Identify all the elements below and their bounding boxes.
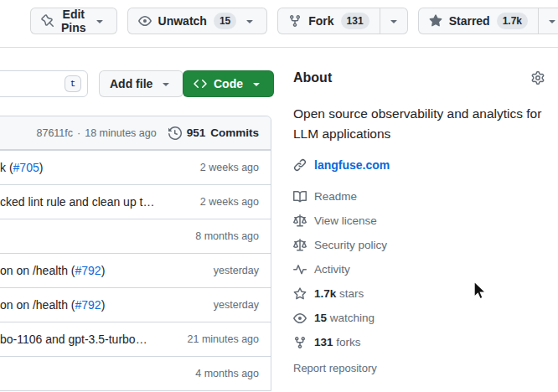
about-links-list: Readme View license Security policy Acti… xyxy=(293,184,545,354)
repo-forked-icon xyxy=(288,14,302,28)
unwatch-label: Unwatch xyxy=(158,14,207,28)
star-fill-icon xyxy=(429,14,442,28)
star-button-group: Starred 1.7k xyxy=(418,8,558,34)
commit-date-link[interactable]: 21 minutes ago xyxy=(188,333,271,345)
commit-message-link[interactable]: on on /health (#792) xyxy=(0,264,214,277)
starred-label: Starred xyxy=(449,14,490,28)
chevron-down-icon xyxy=(387,14,400,28)
add-file-label: Add file xyxy=(110,77,152,90)
github-repo-page: Edit Pins Unwatch 15 Fork 131 Starred 1. xyxy=(0,0,558,392)
code-icon xyxy=(194,77,207,90)
readme-link[interactable]: Readme xyxy=(293,184,545,209)
chevron-down-icon xyxy=(545,14,558,28)
fork-dropdown-button[interactable] xyxy=(380,8,408,34)
fork-button[interactable]: Fork 131 xyxy=(277,8,379,34)
table-row: cked lint rule and clean up t… 2 weeks a… xyxy=(0,184,271,219)
law-icon xyxy=(293,214,307,228)
security-policy-link[interactable]: Security policy xyxy=(293,233,545,257)
commit-time: 18 minutes ago xyxy=(85,127,156,139)
pin-icon xyxy=(41,14,54,28)
commit-message-link[interactable]: on on /health (#792) xyxy=(0,298,214,312)
issue-link[interactable]: #792 xyxy=(75,298,101,312)
view-license-link[interactable]: View license xyxy=(293,209,545,233)
star-dropdown-button[interactable] xyxy=(538,8,558,34)
commit-date-link[interactable]: yesterday xyxy=(214,299,271,311)
table-row: on on /health (#792) yesterday xyxy=(0,253,271,287)
about-title: About xyxy=(293,70,332,85)
table-row: 8 months ago xyxy=(0,219,271,253)
commit-history-link[interactable]: 951 Commits xyxy=(168,126,259,140)
add-file-button[interactable]: Add file xyxy=(99,70,183,97)
star-icon xyxy=(293,287,307,301)
keyboard-shortcut-badge: t xyxy=(65,75,81,92)
fork-label: Fork xyxy=(308,14,333,28)
book-icon xyxy=(293,190,307,204)
chevron-down-icon xyxy=(159,77,173,90)
commit-date-link[interactable]: yesterday xyxy=(214,265,271,276)
chevron-down-icon xyxy=(93,14,106,28)
pulse-icon xyxy=(293,263,307,276)
commit-separator: · xyxy=(77,127,80,139)
fork-count-badge: 131 xyxy=(341,13,369,29)
edit-pins-label: Edit Pins xyxy=(61,8,86,34)
activity-link[interactable]: Activity xyxy=(293,257,545,281)
link-icon xyxy=(293,158,307,172)
latest-commit-bar: 87611fc · 18 minutes ago 951 Commits xyxy=(0,116,271,150)
eye-icon xyxy=(138,14,152,28)
latest-commit-link[interactable]: 87611fc · 18 minutes ago xyxy=(36,127,156,139)
watch-count-badge: 15 xyxy=(214,13,236,29)
commit-date-link[interactable]: 2 weeks ago xyxy=(200,162,271,173)
code-label: Code xyxy=(214,77,243,90)
commit-date-link[interactable]: 2 weeks ago xyxy=(200,196,271,208)
report-repository-link[interactable]: Report repository xyxy=(293,362,545,374)
issue-link[interactable]: #705 xyxy=(13,161,39,174)
starred-button[interactable]: Starred 1.7k xyxy=(418,8,538,34)
commits-label: Commits xyxy=(210,126,259,139)
website-link[interactable]: langfuse.com xyxy=(314,158,390,172)
star-count-badge: 1.7k xyxy=(497,13,528,29)
commit-date-link[interactable]: 8 months ago xyxy=(195,230,271,242)
about-section: About Open source observability and anal… xyxy=(293,70,545,374)
table-row: on on /health (#792) yesterday xyxy=(0,287,271,322)
edit-pins-button[interactable]: Edit Pins xyxy=(30,8,117,34)
gear-icon[interactable] xyxy=(531,71,545,85)
code-button[interactable]: Code xyxy=(183,70,274,97)
repo-action-bar: Edit Pins Unwatch 15 Fork 131 Starred 1. xyxy=(30,8,558,34)
fork-button-group: Fork 131 xyxy=(277,8,407,34)
commits-count: 951 xyxy=(187,126,206,139)
table-row: bo-1106 and gpt-3.5-turbo… 21 minutes ag… xyxy=(0,322,271,356)
commit-message-link[interactable]: bo-1106 and gpt-3.5-turbo… xyxy=(0,333,188,346)
law-icon xyxy=(293,239,307,252)
file-table: 87611fc · 18 minutes ago 951 Commits k (… xyxy=(0,116,271,391)
issue-link[interactable]: #792 xyxy=(75,264,101,277)
forks-link[interactable]: 131 forks xyxy=(293,330,545,354)
go-to-file-input[interactable]: t xyxy=(0,70,88,97)
repo-description: Open source observability and analytics … xyxy=(293,104,545,144)
header-divider xyxy=(0,47,558,48)
history-icon xyxy=(168,126,182,140)
table-row: k (#705) 2 weeks ago xyxy=(0,150,271,184)
commit-message-link[interactable]: k (#705) xyxy=(0,161,200,174)
chevron-down-icon xyxy=(243,14,256,28)
chevron-down-icon xyxy=(250,77,263,90)
watching-link[interactable]: 15 watching xyxy=(293,306,545,330)
table-row: 4 months ago xyxy=(0,356,271,390)
mouse-cursor xyxy=(469,280,488,305)
commit-date-link[interactable]: 4 months ago xyxy=(195,368,271,379)
commit-hash: 87611fc xyxy=(36,127,73,139)
commit-message-link[interactable]: cked lint rule and clean up t… xyxy=(0,195,200,209)
eye-icon xyxy=(293,312,307,325)
unwatch-button[interactable]: Unwatch 15 xyxy=(127,8,268,34)
stars-link[interactable]: 1.7k stars xyxy=(293,281,545,306)
repo-forked-icon xyxy=(293,336,307,349)
